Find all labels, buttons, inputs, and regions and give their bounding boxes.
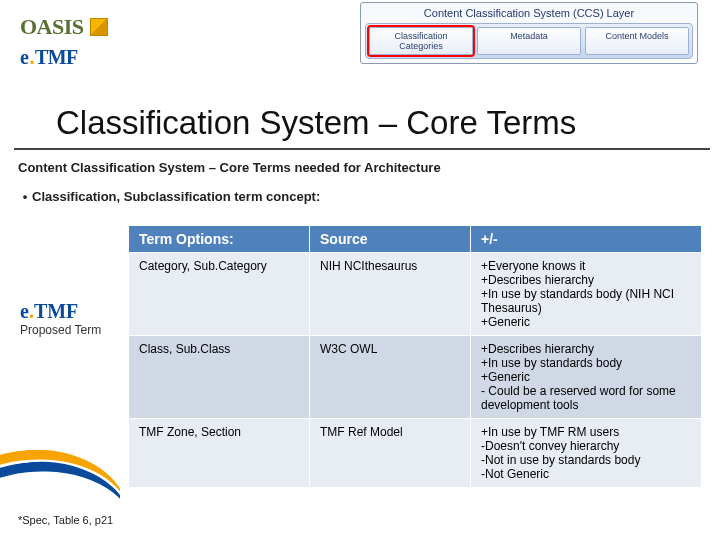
- oasis-text: OASIS: [20, 14, 84, 40]
- slide-root: OASIS e . TMF Content Classification Sys…: [0, 0, 720, 540]
- cell-term: Class, Sub.Class: [129, 336, 310, 419]
- oasis-badge-icon: [90, 18, 108, 36]
- ccs-box-content-models: Content Models: [585, 27, 689, 55]
- oasis-logo: OASIS: [20, 14, 108, 40]
- etmf-tmf: TMF: [35, 46, 78, 69]
- etmf-e: e: [20, 46, 28, 69]
- ccs-layer-row: Classification Categories Metadata Conte…: [365, 23, 693, 59]
- cell-source: W3C OWL: [310, 336, 471, 419]
- cell-source: NIH NCIthesaurus: [310, 253, 471, 336]
- proposed-term-label-block: e.TMF Proposed Term: [20, 300, 114, 337]
- etmf-logo: e . TMF: [20, 46, 108, 69]
- page-title: Classification System – Core Terms: [56, 104, 576, 142]
- title-underline: [14, 148, 710, 150]
- cell-pros: +In use by TMF RM users -Doesn't convey …: [471, 419, 702, 488]
- mini-etmf-e: e: [20, 300, 29, 322]
- proposed-term-label: Proposed Term: [20, 323, 114, 337]
- ccs-layer-diagram: Content Classification System (CCS) Laye…: [360, 2, 698, 64]
- mini-etmf-tmf: TMF: [34, 300, 78, 322]
- col-proscons: +/-: [471, 226, 702, 253]
- bullet-text: Classification, Subclassification term c…: [32, 189, 320, 204]
- cell-term: TMF Zone, Section: [129, 419, 310, 488]
- subtitle: Content Classification System – Core Ter…: [18, 160, 702, 175]
- cell-source: TMF Ref Model: [310, 419, 471, 488]
- corner-swoosh-icon: [0, 450, 120, 540]
- bullet-marker: •: [18, 189, 32, 204]
- cell-pros: +Everyone knows it +Describes hierarchy …: [471, 253, 702, 336]
- table-row: TMF Zone, Section TMF Ref Model +In use …: [129, 419, 702, 488]
- etmf-dot: .: [29, 46, 34, 69]
- table-row: Category, Sub.Category NIH NCIthesaurus …: [129, 253, 702, 336]
- terms-table: Term Options: Source +/- Category, Sub.C…: [128, 225, 702, 488]
- brand-block: OASIS e . TMF: [20, 14, 108, 69]
- cell-pros: +Describes hierarchy +In use by standard…: [471, 336, 702, 419]
- body-block: Content Classification System – Core Ter…: [18, 160, 702, 218]
- table-row: Class, Sub.Class W3C OWL +Describes hier…: [129, 336, 702, 419]
- bullet-row: • Classification, Subclassification term…: [18, 189, 702, 204]
- table-header-row: Term Options: Source +/-: [129, 226, 702, 253]
- ccs-layer-title: Content Classification System (CCS) Laye…: [365, 7, 693, 19]
- col-term-options: Term Options:: [129, 226, 310, 253]
- mini-etmf-logo: e.TMF: [20, 300, 114, 323]
- col-source: Source: [310, 226, 471, 253]
- ccs-box-metadata: Metadata: [477, 27, 581, 55]
- footnote: *Spec, Table 6, p21: [18, 514, 113, 526]
- cell-term: Category, Sub.Category: [129, 253, 310, 336]
- ccs-box-classification-categories: Classification Categories: [369, 27, 473, 55]
